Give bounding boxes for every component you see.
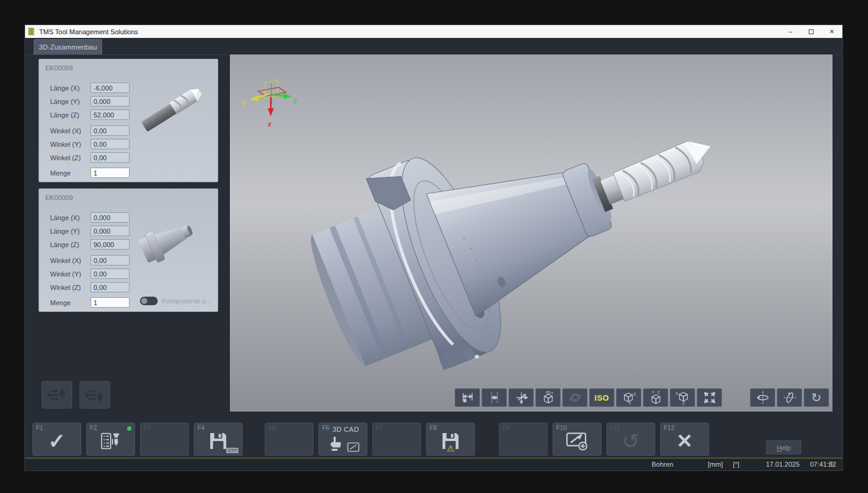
holder-thumbnail (132, 215, 202, 267)
f2-component-list-button[interactable]: F2 (86, 423, 135, 456)
field-row: Länge (Y) (50, 96, 130, 106)
component-group-ek00056: EK00056 Länge (X) Länge (Y) Länge (Z) Wi… (39, 59, 218, 182)
add-image-icon (565, 431, 589, 451)
winkel-z-input[interactable] (90, 152, 130, 163)
field-row: Winkel (Z) (50, 152, 130, 163)
laenge-y-input[interactable] (90, 96, 130, 106)
status-unit-mm: [mm] (708, 461, 723, 468)
zoom-cube-button[interactable]: + (535, 388, 561, 407)
measure-vertical-button[interactable] (482, 388, 507, 407)
svg-text:X: X (675, 391, 679, 396)
rotate-horizontal-axis-button[interactable] (777, 388, 802, 407)
svg-text:+: + (551, 390, 554, 396)
field-label: Länge (Y) (50, 98, 90, 105)
tool-assembly-model (230, 54, 834, 413)
field-row: Länge (X) (50, 212, 130, 223)
axis-y-label: y (241, 98, 246, 106)
view-yz-cube-icon: Y Z (648, 390, 664, 406)
orbit-icon (568, 391, 582, 404)
f8-save-warning-button[interactable]: F8 ⚠ (426, 423, 475, 456)
fit-view-button[interactable] (697, 388, 722, 407)
field-row: Länge (Z) (50, 239, 130, 250)
field-label: Winkel (Z) (50, 284, 90, 291)
floppy-disk-icon (208, 431, 229, 451)
svg-text:Z: Z (682, 401, 685, 406)
hand-pointer-icon (328, 434, 344, 453)
stp-badge: STP (226, 448, 238, 453)
f3-button: F3 (140, 423, 189, 456)
maximize-button[interactable] (801, 25, 822, 38)
f11-undo-button: F11 ↺ (606, 423, 655, 456)
komponente-toggle[interactable] (140, 297, 158, 305)
field-row: Menge (50, 168, 130, 178)
toggle-knob (141, 298, 147, 304)
f6-3d-cad-button[interactable]: F6 3D CAD (318, 423, 367, 456)
svg-text:Y: Y (628, 401, 631, 406)
axis-x-label: x (267, 120, 272, 128)
list-move-down-icon (86, 387, 104, 403)
tab-3d-zusammenbau[interactable]: 3D-Zusammenbau (34, 39, 102, 54)
rotate-clockwise-icon: ↻ (811, 390, 822, 405)
cube-plus-icon: + (541, 390, 556, 405)
move-component-down-button[interactable] (79, 381, 110, 409)
help-button[interactable]: Help (766, 440, 801, 454)
laenge-x-input[interactable] (90, 212, 130, 223)
minimize-button[interactable]: – (780, 25, 801, 38)
view-yz-button[interactable]: Y Z (643, 388, 668, 407)
status-bar: Bohren [mm] [°] 17.01.2025 07:41:52 ⚠ (25, 459, 842, 470)
measure-horizontal-icon (461, 391, 474, 404)
iso-view-button[interactable]: ISO (589, 388, 614, 407)
field-label: Länge (Y) (50, 228, 90, 235)
field-label: Winkel (Y) (50, 141, 90, 148)
toggle-label: Komponente u... (162, 297, 216, 305)
menge-input[interactable] (90, 168, 130, 178)
f1-confirm-button[interactable]: F1 ✓ (32, 423, 81, 456)
component-list-icon (100, 432, 121, 450)
field-row: Winkel (Y) (50, 269, 130, 279)
laenge-x-input[interactable] (90, 83, 130, 93)
rotate-vertical-axis-button[interactable] (750, 388, 775, 407)
laenge-z-input[interactable] (90, 109, 130, 120)
field-label: Winkel (X) (50, 257, 90, 264)
winkel-z-input[interactable] (90, 282, 130, 292)
axes-button[interactable] (509, 388, 534, 407)
component-id: EK00056 (45, 64, 73, 72)
list-move-up-icon (48, 387, 66, 403)
field-row: Länge (Y) (50, 226, 130, 236)
winkel-x-input[interactable] (90, 255, 130, 265)
field-row: Winkel (X) (50, 255, 130, 265)
rotate-toolbar: ↻ (750, 388, 829, 407)
winkel-x-input[interactable] (90, 125, 130, 136)
maximize-icon (809, 29, 814, 34)
status-warning-icon: ⚠ (828, 460, 835, 469)
status-mode: Bohren (652, 461, 673, 468)
close-x-icon: ✕ (661, 426, 708, 456)
measure-horizontal-button[interactable] (455, 388, 480, 407)
view-xz-button[interactable]: X Z (670, 388, 695, 407)
field-label: Länge (X) (50, 84, 90, 92)
component-id: EK00009 (45, 194, 73, 201)
laenge-z-input[interactable] (90, 239, 130, 250)
field-label: Winkel (Z) (50, 154, 90, 161)
app-client-area: 3D-Zusammenbau EK00056 Länge (X) Länge (… (25, 38, 842, 470)
menge-input[interactable] (90, 297, 130, 308)
winkel-y-input[interactable] (90, 139, 130, 149)
rotate-clockwise-button[interactable]: ↻ (804, 388, 829, 407)
f5-button: F5 (265, 423, 314, 456)
f4-save-stp-button[interactable]: F4 STP (194, 423, 243, 456)
help-label-rest: elp (782, 444, 791, 451)
view-xy-cube-icon: X Y (621, 390, 637, 406)
f10-add-tool-image-button[interactable]: F10 (553, 423, 601, 456)
field-label: Länge (Z) (50, 241, 90, 248)
field-label: Menge (50, 169, 90, 177)
laenge-y-input[interactable] (90, 226, 130, 236)
f7-button: F7 (372, 423, 421, 456)
close-button[interactable]: ✕ (822, 25, 842, 38)
orbit-button[interactable] (562, 388, 587, 407)
rotate-horizontal-axis-icon (782, 390, 797, 405)
f12-close-button[interactable]: F12 ✕ (660, 423, 709, 456)
view-xy-button[interactable]: X Y (616, 388, 641, 407)
viewport-3d[interactable]: y z x (229, 54, 833, 412)
winkel-y-input[interactable] (90, 269, 130, 279)
move-component-up-button[interactable] (42, 381, 72, 409)
